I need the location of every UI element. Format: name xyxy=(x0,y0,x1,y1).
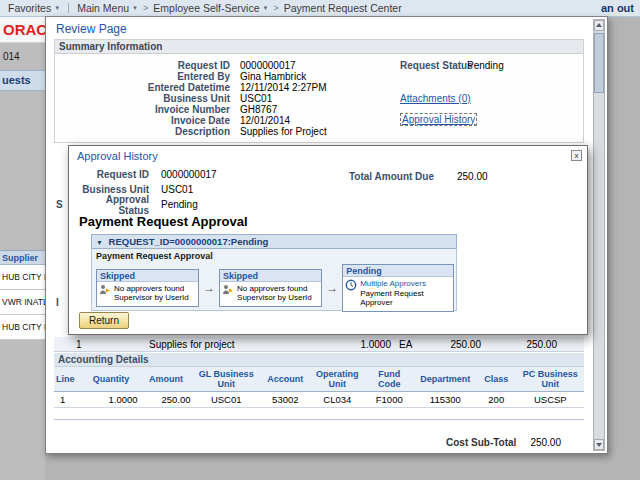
line-item-row: 1 Supplies for project 1.0000 EA 250.00 … xyxy=(54,337,584,352)
scroll-up-button[interactable] xyxy=(594,20,604,31)
supplier-row: HUB CITY FA xyxy=(0,315,45,340)
approval-history-dialog: Approval History x Request ID 0000000017… xyxy=(68,145,588,335)
stage-line2: Payment Request Approver xyxy=(360,289,451,308)
multiple-approvers-link[interactable]: Multiple Approvers xyxy=(360,279,451,289)
breadcrumb-main-menu[interactable]: Main Menu xyxy=(77,2,129,14)
invoice-number-label: Invoice Number xyxy=(55,104,230,115)
business-unit-label: Business Unit xyxy=(55,93,230,104)
col-header-operating-unit[interactable]: Operating Unit xyxy=(311,367,364,392)
supplier-row: HUB CITY FA xyxy=(0,265,45,290)
dialog-title: Approval History xyxy=(77,150,158,162)
breadcrumb-separator: > xyxy=(273,3,278,13)
collapse-icon: ▼ xyxy=(96,239,103,246)
col-header-class[interactable]: Class xyxy=(476,367,517,392)
flow-panel-header[interactable]: ▼ REQUEST_ID=0000000017:Pending xyxy=(91,234,457,249)
cell-line: 1 xyxy=(54,392,83,408)
approval-stage-2: Skipped No approvers found Supervisor by… xyxy=(219,269,322,307)
entered-by-value: Gina Hambrick xyxy=(240,71,327,82)
scroll-down-button[interactable] xyxy=(594,439,604,450)
breadcrumb-separator: > xyxy=(143,3,148,13)
breadcrumb-favorites[interactable]: Favorites xyxy=(8,2,51,14)
approval-stage-3: Pending Multiple Approvers Payment Reque… xyxy=(342,264,454,312)
close-icon[interactable]: x xyxy=(571,150,582,161)
accounting-header-row: Line Quantity Amount GL Business Unit Ac… xyxy=(54,367,584,392)
col-header-department[interactable]: Department xyxy=(415,367,476,392)
cell-operating-unit: CL034 xyxy=(311,392,364,408)
cost-subtotal-value: 250.00 xyxy=(506,437,561,448)
stage-status-link[interactable]: Skipped xyxy=(97,270,198,282)
dialog-fields: Request ID 0000000017 Business Unit USC0… xyxy=(79,167,217,212)
return-button[interactable]: Return xyxy=(79,312,129,329)
request-status-value: Pending xyxy=(467,60,504,71)
chevron-down-icon: ▼ xyxy=(263,5,269,11)
line-uom: EA xyxy=(399,337,412,352)
screen: Favorites ▼ Main Menu ▼ > Employee Self-… xyxy=(0,0,640,480)
request-id-label: Request ID xyxy=(55,60,230,71)
hidden-section-fragment: S xyxy=(56,199,63,210)
summary-fields: Request ID 0000000017 Entered By Gina Ha… xyxy=(55,60,327,137)
hidden-section-fragment: I xyxy=(56,297,59,308)
scrollbar-thumb[interactable] xyxy=(594,33,604,93)
requests-tab-fragment[interactable]: uests xyxy=(0,70,45,91)
approval-stages: Skipped No approvers found Supervisor by… xyxy=(96,264,454,312)
total-amount-due-label: Total Amount Due xyxy=(349,171,434,182)
vertical-scrollbar[interactable] xyxy=(593,19,605,451)
accounting-table: Line Quantity Amount GL Business Unit Ac… xyxy=(54,366,584,408)
cell-pc-business-unit: USCSP xyxy=(517,392,584,408)
cell-department: 115300 xyxy=(415,392,476,408)
accounting-data-row: 1 1.0000 250.00 USC01 53002 CL034 F1000 … xyxy=(54,392,584,408)
entered-datetime-label: Entered Datetime xyxy=(55,82,230,93)
flow-panel-title: REQUEST_ID=0000000017:Pending xyxy=(109,236,269,247)
pending-clock-icon xyxy=(345,279,357,291)
invoice-date-label: Invoice Date xyxy=(55,115,230,126)
stage-line2: Supervisor by UserId xyxy=(237,293,312,303)
request-id-label: Request ID xyxy=(79,169,149,180)
line-amount: 250.00 xyxy=(504,337,557,352)
approval-stage-1: Skipped No approvers found Supervisor by… xyxy=(96,269,199,307)
col-header-quantity[interactable]: Quantity xyxy=(83,367,140,392)
flow-arrow-icon: → xyxy=(199,282,219,294)
flow-arrow-icon: → xyxy=(322,282,342,294)
approval-status-label: Approval Status xyxy=(79,194,149,216)
flow-sub-header: Payment Request Approval xyxy=(96,251,213,261)
stage-status-link[interactable]: Pending xyxy=(343,265,453,277)
summary-group-box: Summary Information Request ID 000000001… xyxy=(54,39,584,143)
cell-quantity: 1.0000 xyxy=(83,392,140,408)
invoice-number-value: GH8767 xyxy=(240,104,327,115)
stage-line2: Supervisor by UserId xyxy=(114,293,189,303)
cell-amount: 250.00 xyxy=(140,392,193,408)
request-id-value: 0000000017 xyxy=(240,60,327,71)
col-header-line[interactable]: Line xyxy=(54,367,83,392)
summary-section-header: Summary Information xyxy=(55,40,583,54)
stage-status-link[interactable]: Skipped xyxy=(220,270,321,282)
skipped-approver-icon xyxy=(222,284,234,296)
breadcrumb-payment-request-center: Payment Request Center xyxy=(284,2,402,14)
attachments-link[interactable]: Attachments (0) xyxy=(400,93,471,104)
col-header-fund-code[interactable]: Fund Code xyxy=(364,367,415,392)
breadcrumb-employee-self-service[interactable]: Employee Self-Service xyxy=(153,2,259,14)
breadcrumb: Favorites ▼ Main Menu ▼ > Employee Self-… xyxy=(0,0,640,17)
flow-panel-body: Payment Request Approval Skipped No appr… xyxy=(91,249,457,311)
date-fragment: 014 xyxy=(3,51,20,62)
col-header-account[interactable]: Account xyxy=(260,367,311,392)
col-header-amount[interactable]: Amount xyxy=(140,367,193,392)
supplier-column-header: Supplier xyxy=(0,251,45,265)
col-header-pc-business-unit[interactable]: PC Business Unit xyxy=(517,367,584,392)
approval-history-link[interactable]: Approval History xyxy=(400,113,477,126)
description-value: Supplies for Project xyxy=(240,126,327,137)
line-price: 250.00 xyxy=(429,337,481,352)
triangle-down-icon xyxy=(596,443,602,447)
business-unit-value: USC01 xyxy=(240,93,327,104)
description-label: Description xyxy=(55,126,230,137)
cell-fund-code: F1000 xyxy=(364,392,415,408)
approval-heading: Payment Request Approval xyxy=(79,214,248,229)
request-id-value: 0000000017 xyxy=(161,169,217,180)
invoice-date-value: 12/01/2014 xyxy=(240,115,327,126)
sign-out-link[interactable]: an out xyxy=(601,2,634,14)
breadcrumb-divider xyxy=(68,3,69,13)
cell-gl-business-unit: USC01 xyxy=(193,392,260,408)
triangle-up-icon xyxy=(596,23,602,27)
chevron-down-icon: ▼ xyxy=(132,5,138,11)
divider xyxy=(54,419,584,420)
col-header-gl-business-unit[interactable]: GL Business Unit xyxy=(193,367,260,392)
